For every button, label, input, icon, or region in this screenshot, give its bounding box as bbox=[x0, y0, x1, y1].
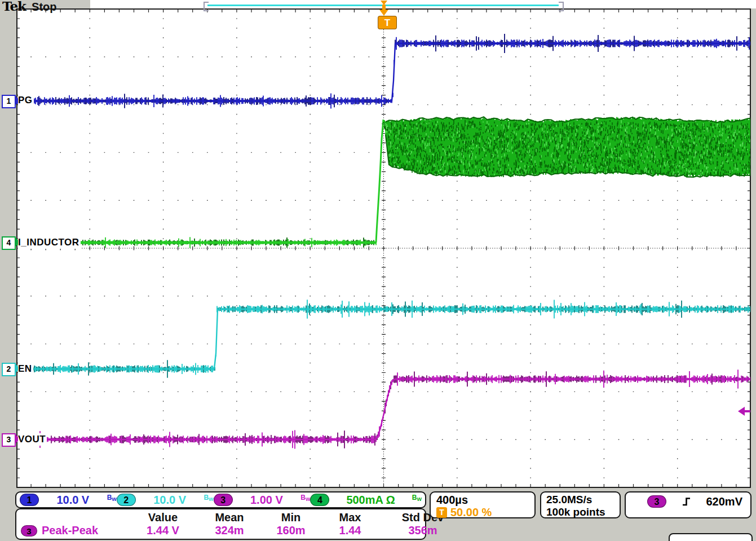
measurement-box[interactable]: Value Mean Min Max Std Dev 3 Peak-Peak 1… bbox=[15, 508, 426, 540]
graticule bbox=[16, 8, 751, 488]
trigger-chip-icon: T bbox=[436, 507, 447, 518]
trigger-box[interactable]: 3 620mV bbox=[625, 491, 751, 518]
record-length: 100k points bbox=[546, 506, 620, 518]
trigger-level-marker[interactable] bbox=[738, 407, 751, 416]
meas-source-badge: 3 bbox=[21, 525, 37, 536]
meas-header-mean: Mean bbox=[197, 511, 262, 524]
trigger-position-readout: 50.00 % bbox=[450, 506, 492, 518]
channel-readout-bar[interactable]: 1 10.0 V BW 2 10.0 V BW 3 1.00 V BW 4 50… bbox=[15, 491, 426, 508]
ch1-bandwidth-icon: BW bbox=[107, 495, 117, 501]
ch4-ground-marker[interactable]: 4 bbox=[2, 236, 16, 250]
ch3-ground-marker[interactable]: 3 bbox=[2, 433, 16, 447]
tek-logo: Tek bbox=[2, 0, 26, 14]
ch1-badge[interactable]: 1 bbox=[20, 494, 39, 506]
ch4-badge[interactable]: 4 bbox=[310, 494, 329, 506]
trigger-position-marker[interactable]: T bbox=[375, 0, 392, 34]
ch1-readout[interactable]: 1 10.0 V BW bbox=[20, 494, 117, 507]
acquisition-box[interactable]: 25.0MS/s 100k points bbox=[540, 491, 621, 518]
ch4-bandwidth-icon: BW bbox=[412, 495, 422, 501]
trigger-source-badge[interactable]: 3 bbox=[647, 495, 666, 508]
ch3-bandwidth-icon: BW bbox=[300, 495, 310, 501]
rising-edge-icon bbox=[681, 496, 692, 507]
meas-min: 160m bbox=[262, 524, 320, 537]
ch1-ground-marker[interactable]: 1 bbox=[2, 95, 16, 108]
meas-mean: 324m bbox=[197, 524, 262, 537]
meas-name: Peak-Peak bbox=[42, 524, 98, 537]
ch2-ground-marker[interactable]: 2 bbox=[2, 363, 16, 376]
ch4-readout[interactable]: 4 500mA Ω BW bbox=[310, 494, 422, 507]
datetime-box-partial bbox=[669, 533, 753, 541]
acquisition-status: Stop bbox=[32, 1, 56, 14]
ch2-readout[interactable]: 2 10.0 V BW bbox=[117, 494, 214, 507]
meas-header-value: Value bbox=[129, 511, 197, 524]
meas-std-dev: 356m bbox=[381, 524, 465, 537]
meas-value: 1.44 V bbox=[129, 524, 197, 537]
sample-rate: 25.0MS/s bbox=[546, 494, 620, 506]
meas-header-max: Max bbox=[320, 511, 381, 524]
ch2-bandwidth-icon: BW bbox=[204, 495, 213, 501]
timebase-scale: 400µs bbox=[436, 494, 534, 506]
trace-label-vout: VOUT bbox=[18, 433, 47, 446]
ch3-badge[interactable]: 3 bbox=[214, 494, 233, 506]
trigger-level-arrow-icon bbox=[738, 407, 745, 416]
trace-label-i-inductor: I_INDUCTOR bbox=[18, 236, 81, 249]
oscilloscope-screen: Tek Stop T 1 4 2 3 PG I_INDUCTOR EN VOUT… bbox=[0, 0, 756, 541]
meas-header-min: Min bbox=[262, 511, 320, 524]
measurement-row: 3 Peak-Peak 1.44 V 324m 160m 1.44 356m bbox=[21, 524, 421, 537]
ch1-scale: 10.0 V bbox=[39, 494, 107, 507]
trigger-level-readout: 620mV bbox=[706, 495, 743, 508]
trigger-t-flag: T bbox=[378, 16, 397, 29]
ch2-badge[interactable]: 2 bbox=[117, 494, 136, 506]
record-view-right-bracket bbox=[559, 2, 564, 11]
meas-max: 1.44 bbox=[320, 524, 381, 537]
ch3-scale: 1.00 V bbox=[233, 494, 301, 507]
timebase-box[interactable]: 400µs T 50.00 % bbox=[430, 491, 536, 518]
header: Tek Stop bbox=[2, 0, 56, 14]
ch4-scale: 500mA Ω bbox=[329, 494, 412, 507]
ch2-scale: 10.0 V bbox=[136, 494, 204, 507]
measurement-headers: Value Mean Min Max Std Dev bbox=[21, 511, 421, 524]
trigger-arrowhead-icon bbox=[379, 10, 388, 16]
trace-label-en: EN bbox=[18, 363, 33, 375]
trigger-level-arrow-tail bbox=[745, 410, 750, 412]
ch3-readout[interactable]: 3 1.00 V BW bbox=[214, 494, 311, 507]
trace-label-pg: PG bbox=[18, 94, 34, 107]
record-view-left-bracket bbox=[204, 2, 209, 11]
